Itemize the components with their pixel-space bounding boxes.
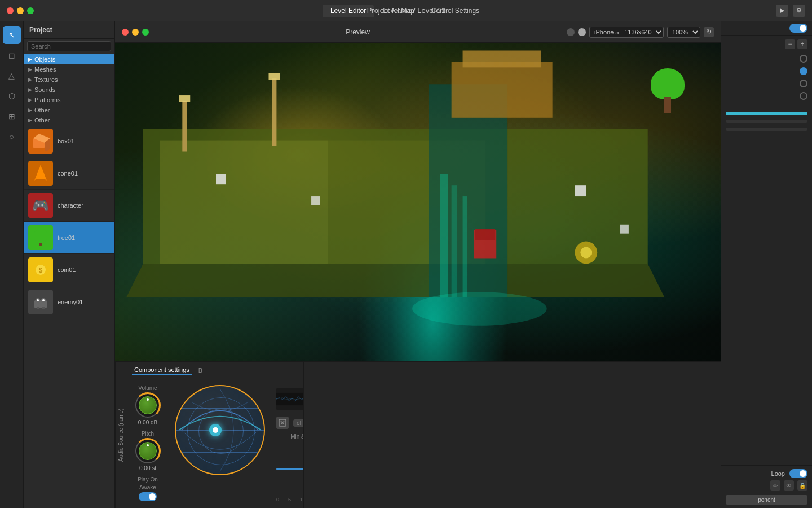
loop-toggle-knob [800,470,806,477]
volume-label: Volume [138,385,157,391]
preview-maximize[interactable] [142,29,149,36]
loop-toggle[interactable] [789,469,807,478]
right-panel: − + [721,21,812,508]
cursor-tool-button[interactable]: ↖ [3,26,21,44]
svg-rect-36 [452,62,553,117]
search-box [24,39,114,54]
svg-marker-3 [34,165,47,181]
tree-other-2[interactable]: ▶ Other [24,115,114,125]
awake-label: Awake [139,484,156,491]
grid-tool-button[interactable]: ⊞ [3,107,21,125]
close-button[interactable] [7,7,14,14]
edit-icon[interactable]: ✏ [770,480,780,491]
asset-item-cone01[interactable]: cone01 [24,157,114,190]
asset-thumb-character: 🎮 [28,193,53,218]
svg-rect-29 [575,185,586,196]
right-divider [726,106,807,106]
tree-item-label: Textures [34,76,58,83]
preview-close[interactable] [122,29,129,36]
asset-item-box01[interactable]: box01 [24,125,114,157]
tab-level-editor[interactable]: Level Editor [323,5,374,17]
icon-bar: ↖ ◻ △ ⬡ ⊞ ○ [0,21,24,508]
tab-b[interactable]: B [196,366,205,375]
tree-objects[interactable]: ▶ Objects [24,54,114,64]
maximize-button[interactable] [27,7,34,14]
tab-component-settings[interactable]: Component settings [132,365,192,375]
loop-label: Loop [771,470,785,477]
cube-tool-button[interactable]: ◻ [3,46,21,64]
globe-tool-button[interactable]: ○ [3,128,21,146]
svg-point-6 [34,229,47,243]
volume-value: 0.00 dB [138,419,157,426]
tick-0: 0 [276,497,279,502]
main-area: ↖ ◻ △ ⬡ ⊞ ○ Project ▶ Objects ▶ Meshes ▶… [0,21,812,508]
svg-rect-33 [463,196,467,297]
settings-button[interactable]: ⚙ [793,5,805,17]
asset-item-character[interactable]: 🎮 character [24,190,114,222]
preview-title: Preview [346,28,370,36]
plus-button[interactable]: + [797,39,807,49]
component-settings-panel: Component settings B Volume [126,362,304,508]
play-button[interactable]: ▶ [776,5,788,17]
pan-off-badge: off [293,419,303,427]
triangle-tool-button[interactable]: △ [3,67,21,85]
lock-icon[interactable]: 🔒 [797,480,807,491]
asset-item-coin01[interactable]: $ coin01 [24,254,114,286]
preview-minimize[interactable] [132,29,139,36]
asset-thumb-cone01 [28,161,53,186]
right-divider-2 [726,137,807,137]
radio-1[interactable] [800,55,807,63]
voxel-scene-svg [115,43,721,361]
chevron-right-icon: ▶ [28,67,32,72]
tree-meshes[interactable]: ▶ Meshes [24,64,114,75]
zoom-select[interactable]: 100% [667,27,700,38]
refresh-button[interactable]: ↻ [704,27,714,37]
svg-rect-39 [475,229,495,240]
tick-10: 10 [300,497,303,502]
tick-5: 5 [288,497,291,502]
volume-knob-outer [135,393,160,418]
right-toggle-row [721,21,812,36]
svg-point-14 [42,299,45,301]
svg-rect-32 [452,185,457,297]
preview-controls: iPhone 5 - 1136x640 100% ↻ [567,27,714,38]
pitch-knob[interactable] [135,439,160,463]
assets-list: box01 cone01 🎮 character tree01 [24,125,114,508]
chevron-down-icon: ▶ [28,56,32,62]
titlebar-right-controls: ▶ ⚙ [776,5,805,17]
volume-knob-indicator [147,398,149,401]
device-select[interactable]: iPhone 5 - 1136x640 [589,27,664,38]
eye-icon[interactable]: 👁 [784,480,794,491]
audio-3d-globe[interactable] [175,385,265,475]
cylinder-tool-button[interactable]: ⬡ [3,87,21,105]
pan-drag-handle[interactable] [276,417,289,429]
distance-slider[interactable] [276,444,303,493]
asset-item-tree01[interactable]: tree01 [24,222,114,254]
radio-row-4 [726,91,807,101]
minimize-button[interactable] [17,7,24,14]
right-panel-toggle[interactable] [789,24,807,33]
project-panel: Project ▶ Objects ▶ Meshes ▶ Textures ▶ … [24,21,115,508]
svg-point-40 [412,292,547,326]
component-button[interactable]: ponent [726,495,807,505]
tree-other-1[interactable]: ▶ Other [24,105,114,115]
radio-3[interactable] [800,80,807,87]
tree-textures[interactable]: ▶ Textures [24,75,114,85]
volume-knob[interactable] [135,393,160,418]
search-input[interactable] [27,41,111,51]
minus-button[interactable]: − [785,39,795,49]
asset-item-enemy01[interactable]: enemy01 [24,286,114,318]
tree-item-label: Sounds [34,86,55,93]
asset-name-coin01: coin01 [58,266,76,273]
tree-item-label: Other [34,107,50,113]
tree-sounds[interactable]: ▶ Sounds [24,85,114,95]
tree-platforms[interactable]: ▶ Platforms [24,95,114,105]
preview-mode-dot-2[interactable] [578,28,586,36]
preview-window: Preview iPhone 5 - 1136x640 100% ↻ [115,21,721,361]
play-on-awake-toggle[interactable] [139,492,157,501]
traffic-lights [7,7,34,14]
radio-4[interactable] [800,92,807,100]
radio-2-selected[interactable] [800,67,807,75]
preview-mode-dot-1[interactable] [567,28,575,36]
svg-rect-15 [37,307,39,309]
